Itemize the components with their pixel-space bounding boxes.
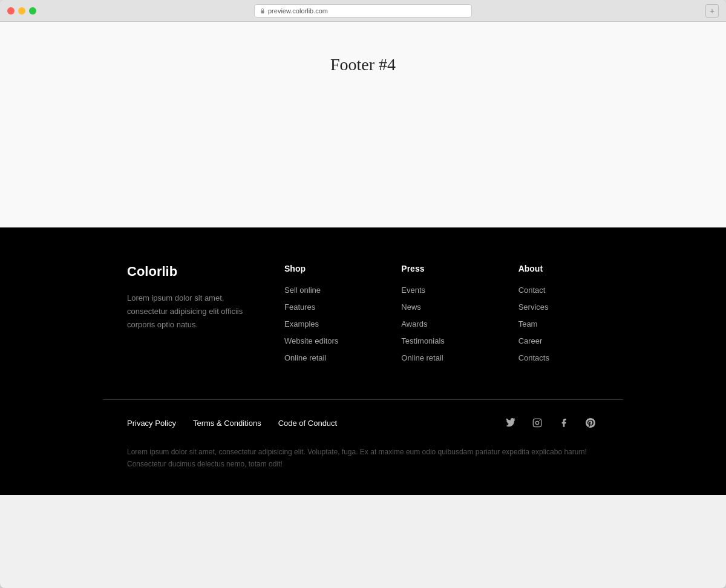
- about-link-contact[interactable]: Contact: [518, 286, 546, 295]
- instagram-icon[interactable]: [529, 414, 546, 431]
- about-link-services[interactable]: Services: [518, 302, 549, 312]
- list-item: Online retail: [401, 352, 482, 363]
- svg-point-2: [535, 421, 538, 424]
- footer-col-shop: Shop Sell online Features Examples Websi…: [284, 264, 365, 363]
- footer-col-press: Press Events News Awards Testimonials On…: [401, 264, 482, 363]
- press-link-events[interactable]: Events: [401, 286, 425, 295]
- list-item: Features: [284, 301, 365, 312]
- list-item: Team: [518, 318, 599, 329]
- press-link-testimonials[interactable]: Testimonials: [401, 336, 445, 345]
- list-item: News: [401, 301, 482, 312]
- pinterest-icon[interactable]: [582, 414, 599, 431]
- copyright-text: Lorem ipsum dolor sit amet, consectetur …: [127, 446, 599, 471]
- twitter-icon[interactable]: [502, 414, 519, 431]
- shop-links: Sell online Features Examples Website ed…: [284, 284, 365, 363]
- list-item: Services: [518, 301, 599, 312]
- list-item: Events: [401, 284, 482, 295]
- press-link-retail[interactable]: Online retail: [401, 353, 443, 362]
- new-tab-button[interactable]: +: [705, 4, 719, 18]
- list-item: Contacts: [518, 352, 599, 363]
- list-item: Career: [518, 335, 599, 346]
- brand-name: Colorlib: [127, 264, 248, 279]
- page-content-area: Footer #4: [0, 22, 726, 227]
- list-item: Examples: [284, 318, 365, 329]
- list-item: Testimonials: [401, 335, 482, 346]
- footer-main: Colorlib Lorem ipsum dolor sit amet, con…: [91, 264, 635, 399]
- list-item: Website editors: [284, 335, 365, 346]
- list-item: Online retail: [284, 352, 365, 363]
- press-col-title: Press: [401, 264, 482, 273]
- close-button[interactable]: [7, 7, 15, 15]
- code-of-conduct-link[interactable]: Code of Conduct: [278, 419, 338, 428]
- about-link-career[interactable]: Career: [518, 336, 543, 345]
- shop-col-title: Shop: [284, 264, 365, 273]
- address-bar[interactable]: preview.colorlib.com: [254, 4, 472, 18]
- svg-point-3: [539, 420, 540, 421]
- shop-link-retail[interactable]: Online retail: [284, 353, 326, 362]
- about-link-contacts[interactable]: Contacts: [518, 353, 549, 362]
- footer-legal-links: Privacy Policy Terms & Conditions Code o…: [127, 419, 337, 428]
- svg-rect-1: [533, 419, 541, 426]
- footer-bottom: Privacy Policy Terms & Conditions Code o…: [91, 400, 635, 446]
- press-link-news[interactable]: News: [401, 302, 421, 312]
- shop-link-sell[interactable]: Sell online: [284, 286, 321, 295]
- footer-copyright: Lorem ipsum dolor sit amet, consectetur …: [91, 446, 635, 495]
- footer-columns: Shop Sell online Features Examples Websi…: [284, 264, 599, 363]
- footer-social: [502, 414, 599, 431]
- lock-icon: [260, 8, 266, 14]
- facebook-icon[interactable]: [555, 414, 572, 431]
- list-item: Contact: [518, 284, 599, 295]
- page-title: Footer #4: [330, 55, 396, 74]
- footer: Colorlib Lorem ipsum dolor sit amet, con…: [0, 227, 726, 495]
- footer-col-about: About Contact Services Team Career Conta…: [518, 264, 599, 363]
- about-col-title: About: [518, 264, 599, 273]
- shop-link-editors[interactable]: Website editors: [284, 336, 338, 345]
- press-link-awards[interactable]: Awards: [401, 319, 427, 328]
- svg-rect-0: [261, 10, 264, 13]
- about-link-team[interactable]: Team: [518, 319, 538, 328]
- privacy-policy-link[interactable]: Privacy Policy: [127, 419, 176, 428]
- minimize-button[interactable]: [18, 7, 25, 15]
- shop-link-examples[interactable]: Examples: [284, 319, 319, 328]
- maximize-button[interactable]: [29, 7, 36, 15]
- browser-titlebar: preview.colorlib.com +: [0, 0, 726, 22]
- press-links: Events News Awards Testimonials Online r…: [401, 284, 482, 363]
- footer-brand: Colorlib Lorem ipsum dolor sit amet, con…: [127, 264, 248, 363]
- list-item: Awards: [401, 318, 482, 329]
- browser-window: preview.colorlib.com + Footer #4 Colorli…: [0, 0, 726, 588]
- terms-conditions-link[interactable]: Terms & Conditions: [193, 419, 261, 428]
- about-links: Contact Services Team Career Contacts: [518, 284, 599, 363]
- shop-link-features[interactable]: Features: [284, 302, 315, 312]
- address-text: preview.colorlib.com: [268, 7, 328, 15]
- brand-description: Lorem ipsum dolor sit amet, consectetur …: [127, 292, 248, 332]
- browser-traffic-lights: [7, 7, 36, 15]
- list-item: Sell online: [284, 284, 365, 295]
